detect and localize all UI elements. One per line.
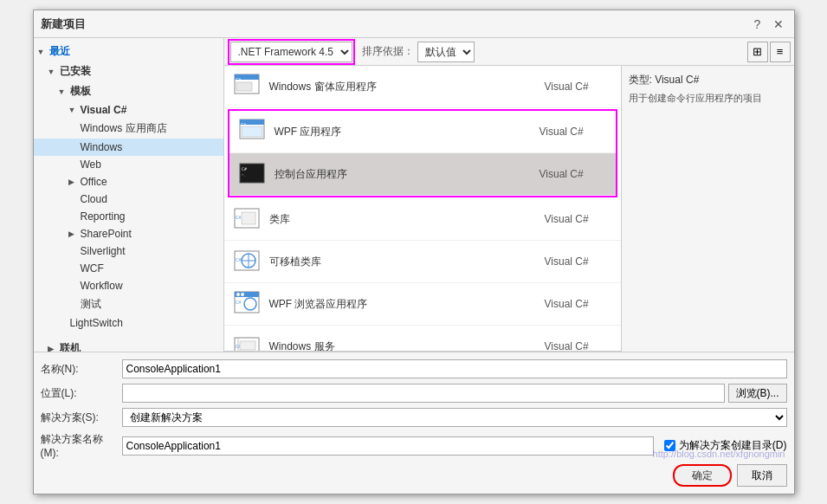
template-item-winforms[interactable]: C# Windows 窗体应用程序 Visual C# xyxy=(224,66,621,108)
help-button[interactable]: ? xyxy=(749,16,766,33)
description-text: 用于创建命令行应用程序的项目 xyxy=(629,91,787,106)
sidebar-item-templates[interactable]: 模板 xyxy=(34,81,223,101)
sidebar-item-web[interactable]: Web xyxy=(34,156,223,173)
sidebar-item-sharepoint[interactable]: SharePoint xyxy=(34,225,223,242)
create-dir-checkbox[interactable] xyxy=(664,440,675,451)
template-icon-wpfbrowser: C# xyxy=(231,288,262,320)
dialog-title: 新建项目 xyxy=(41,16,86,32)
template-lang-console: Visual C# xyxy=(539,168,609,180)
location-input-group: 浏览(B)... xyxy=(122,384,787,403)
template-name-console: 控制台应用程序 xyxy=(275,167,533,182)
svg-text:>_: >_ xyxy=(242,172,246,177)
svg-point-22 xyxy=(241,293,244,296)
svg-text:C#: C# xyxy=(236,215,242,220)
cancel-button[interactable]: 取消 xyxy=(737,464,787,487)
template-name-service: Windows 服务 xyxy=(269,339,538,352)
template-item-portable[interactable]: C# 可移植类库 Visual C# xyxy=(224,241,621,283)
browse-button[interactable]: 浏览(B)... xyxy=(728,384,787,403)
sidebar-item-test[interactable]: 测试 xyxy=(34,294,223,314)
sidebar-label: Cloud xyxy=(81,193,107,205)
templates-label: 模板 xyxy=(70,84,91,99)
template-lang-wpf: Visual C# xyxy=(539,126,609,138)
sidebar-item-installed[interactable]: 已安装 xyxy=(34,61,223,81)
sidebar-item-reporting[interactable]: Reporting xyxy=(34,208,223,225)
list-view-button[interactable]: ≡ xyxy=(770,42,791,62)
sidebar-label: 测试 xyxy=(81,297,101,312)
sidebar-label: Workflow xyxy=(81,280,123,292)
recent-expand-icon xyxy=(37,48,46,56)
template-name-wpf: WPF 应用程序 xyxy=(275,125,533,139)
location-input[interactable] xyxy=(122,384,725,403)
sidebar-item-lightswitch[interactable]: LightSwitch xyxy=(34,314,223,332)
description-panel: 类型: Visual C# 用于创建命令行应用程序的项目 xyxy=(621,66,794,352)
template-icon-service: C# xyxy=(231,331,262,352)
template-lang-winforms: Visual C# xyxy=(545,81,614,93)
template-icon-classlib: C# xyxy=(231,204,262,235)
sidebar-item-visual-csharp[interactable]: Visual C# xyxy=(34,101,223,119)
solution-name-input[interactable] xyxy=(122,436,654,456)
description-type: 类型: Visual C# xyxy=(629,73,787,87)
sidebar-item-recent[interactable]: 最近 xyxy=(34,42,223,61)
template-item-wpf[interactable]: C# WPF 应用程序 Visual C# xyxy=(229,111,616,153)
framework-wrapper: .NET Framework 4.5 .NET Framework 4.0 .N… xyxy=(228,39,355,65)
sort-label: 排序依据： xyxy=(362,44,414,59)
name-input[interactable] xyxy=(122,359,787,378)
template-lang-wpfbrowser: Visual C# xyxy=(545,298,614,310)
checkbox-row: 为解决方案创建目录(D) xyxy=(664,438,787,453)
sidebar-label: WCF xyxy=(81,262,104,275)
sidebar-label: Silverlight xyxy=(81,245,126,257)
sidebar-item-windows[interactable]: Windows xyxy=(34,139,223,156)
svg-text:C#: C# xyxy=(236,257,242,262)
sidebar-label: Office xyxy=(81,176,107,188)
template-item-service[interactable]: C# Windows 服务 Visual C# xyxy=(224,326,621,352)
title-controls: ? ✕ xyxy=(749,16,787,33)
wpf-highlight-border: C# WPF 应用程序 Visual C# xyxy=(228,109,617,197)
sidebar-item-workflow[interactable]: Workflow xyxy=(34,277,223,294)
sharepoint-expand-icon xyxy=(68,229,77,238)
ok-button[interactable]: 确定 xyxy=(673,464,732,487)
checkbox-label: 为解决方案创建目录(D) xyxy=(679,438,787,453)
sidebar-item-wcf[interactable]: WCF xyxy=(34,260,223,277)
template-item-wpfbrowser[interactable]: C# WPF 浏览器应用程序 Visual C# xyxy=(224,283,621,326)
sidebar-label: Windows xyxy=(81,141,123,153)
solution-label: 解决方案(S): xyxy=(41,410,119,425)
sort-select[interactable]: 默认值 名称 类型 xyxy=(417,42,475,62)
office-expand-icon xyxy=(68,178,77,186)
solution-select[interactable]: 创建新解决方案 添加到解决方案 xyxy=(122,408,787,427)
sidebar-label: Windows 应用商店 xyxy=(81,121,167,136)
template-icon-console: C# >_ xyxy=(236,158,268,190)
sidebar-item-connect[interactable]: 联机 xyxy=(34,339,223,352)
svg-rect-28 xyxy=(240,341,255,350)
main-content: 最近 已安装 模板 Visual C# Windows 应用商店 Windows xyxy=(34,38,794,352)
view-icons: ⊞ ≡ xyxy=(747,42,791,62)
sidebar-item-windows-store[interactable]: Windows 应用商店 xyxy=(34,119,223,139)
close-button[interactable]: ✕ xyxy=(770,16,787,33)
form-row-location: 位置(L): 浏览(B)... xyxy=(41,384,787,403)
sidebar-label: SharePoint xyxy=(81,228,132,240)
template-name-wpfbrowser: WPF 浏览器应用程序 xyxy=(269,297,538,312)
bottom-form: 名称(N): 位置(L): 浏览(B)... 解决方案(S): 创建新解决方案 … xyxy=(34,352,794,494)
sidebar-label: Web xyxy=(81,158,101,171)
sidebar-item-cloud[interactable]: Cloud xyxy=(34,191,223,208)
ok-cancel-row: 确定 取消 xyxy=(41,464,787,487)
svg-rect-13 xyxy=(242,212,255,224)
sidebar: 最近 已安装 模板 Visual C# Windows 应用商店 Windows xyxy=(34,38,224,352)
sidebar-item-silverlight[interactable]: Silverlight xyxy=(34,242,223,260)
template-lang-classlib: Visual C# xyxy=(545,213,614,225)
template-icon-wpf: C# xyxy=(236,116,268,147)
svg-rect-7 xyxy=(242,126,262,137)
recent-label: 最近 xyxy=(49,44,70,59)
visual-csharp-expand-icon xyxy=(68,106,77,114)
svg-point-21 xyxy=(236,293,240,296)
svg-rect-3 xyxy=(236,82,252,91)
svg-text:C#: C# xyxy=(242,166,247,171)
template-lang-service: Visual C# xyxy=(545,340,614,352)
template-item-classlib[interactable]: C# 类库 Visual C# xyxy=(224,198,621,241)
sidebar-item-office[interactable]: Office xyxy=(34,173,223,191)
grid-view-button[interactable]: ⊞ xyxy=(747,42,768,62)
template-list: C# Windows 窗体应用程序 Visual C# xyxy=(224,66,621,352)
sidebar-label: LightSwitch xyxy=(70,317,123,329)
template-icon-portable: C# xyxy=(231,246,262,277)
framework-select[interactable]: .NET Framework 4.5 .NET Framework 4.0 .N… xyxy=(230,42,352,62)
template-item-console[interactable]: C# >_ 控制台应用程序 Visual C# xyxy=(229,153,616,196)
